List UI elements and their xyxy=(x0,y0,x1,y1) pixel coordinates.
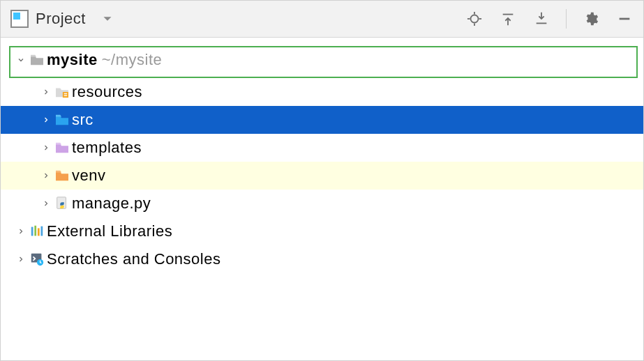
source-folder-icon xyxy=(52,114,72,126)
minimize-icon[interactable] xyxy=(615,10,634,28)
svg-rect-15 xyxy=(34,226,36,236)
node-label: manage.py xyxy=(72,194,151,213)
chevron-right-icon[interactable] xyxy=(40,199,52,208)
tool-window-header: Project xyxy=(1,1,643,38)
project-window-icon xyxy=(10,10,29,28)
svg-rect-10 xyxy=(63,92,68,98)
view-mode-dropdown-icon[interactable] xyxy=(98,10,117,28)
root-path: ~/mysite xyxy=(102,51,163,69)
gear-icon[interactable] xyxy=(582,10,600,28)
header-left: Project xyxy=(10,10,117,28)
expand-all-icon[interactable] xyxy=(499,10,517,28)
svg-rect-17 xyxy=(41,226,43,236)
tree-node-src[interactable]: src xyxy=(1,106,643,134)
svg-point-0 xyxy=(471,15,479,23)
node-label: resources xyxy=(72,83,142,101)
tree-node-resources[interactable]: resources xyxy=(1,78,643,106)
svg-rect-16 xyxy=(38,228,40,236)
chevron-right-icon[interactable] xyxy=(40,88,52,96)
chevron-right-icon[interactable] xyxy=(40,116,52,124)
chevron-right-icon[interactable] xyxy=(15,255,27,263)
tree-node-root[interactable]: mysite ~/mysite xyxy=(1,46,643,74)
tool-window-title[interactable]: Project xyxy=(36,10,86,28)
toolbar-separator xyxy=(566,9,567,29)
module-folder-icon xyxy=(27,54,47,66)
tree-node-manage-py[interactable]: manage.py xyxy=(1,190,643,217)
node-label: templates xyxy=(72,139,142,157)
svg-rect-14 xyxy=(31,227,33,236)
tree-node-external-libraries[interactable]: External Libraries xyxy=(1,217,643,245)
tool-window-toolbar xyxy=(465,9,634,29)
scratches-icon xyxy=(27,252,47,267)
tree-node-scratches[interactable]: Scratches and Consoles xyxy=(1,245,643,273)
tree-node-templates[interactable]: templates xyxy=(1,134,643,162)
node-label: src xyxy=(72,111,93,129)
chevron-right-icon[interactable] xyxy=(40,171,52,180)
node-label: Scratches and Consoles xyxy=(47,250,220,268)
chevron-right-icon[interactable] xyxy=(40,144,52,152)
root-name: mysite xyxy=(47,51,98,69)
project-tree: mysite ~/mysite resources src templates xyxy=(1,38,643,360)
excluded-folder-icon xyxy=(52,169,72,182)
tree-node-venv[interactable]: venv xyxy=(1,162,643,190)
templates-folder-icon xyxy=(52,141,72,154)
libraries-icon xyxy=(27,224,47,239)
chevron-right-icon[interactable] xyxy=(15,227,27,236)
resources-folder-icon xyxy=(52,86,72,98)
python-file-icon xyxy=(52,196,72,211)
svg-rect-12 xyxy=(64,95,68,96)
locate-target-icon[interactable] xyxy=(465,10,484,28)
chevron-down-icon[interactable] xyxy=(15,56,27,64)
node-label: venv xyxy=(72,167,105,185)
svg-rect-11 xyxy=(64,93,68,94)
collapse-all-icon[interactable] xyxy=(532,10,551,28)
node-label: External Libraries xyxy=(47,222,172,240)
